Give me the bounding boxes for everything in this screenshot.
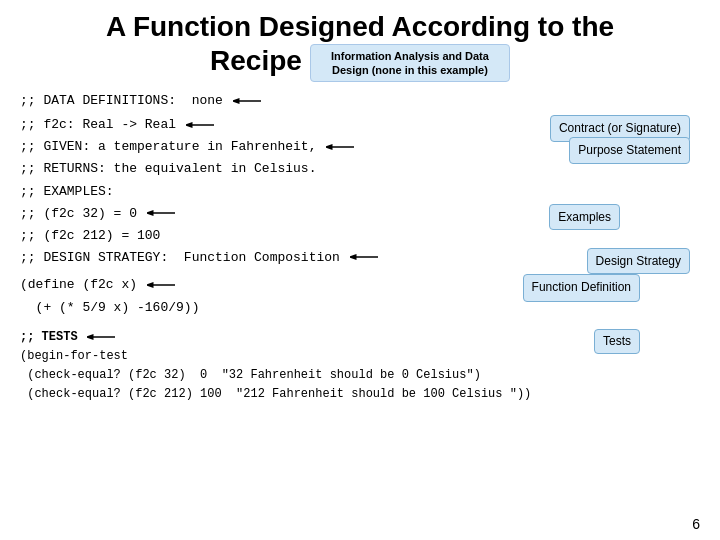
- examples-header-code: ;; EXAMPLES:: [20, 184, 114, 199]
- test1-row: (begin-for-test: [20, 347, 700, 366]
- tests-label-row: ;; TESTS Tests: [20, 328, 700, 347]
- arrow-examples: [147, 205, 177, 221]
- design-strategy-row: ;; DESIGN STRATEGY: Function Composition…: [20, 247, 700, 269]
- design-strategy-code: ;; DESIGN STRATEGY: Function Composition: [20, 250, 340, 265]
- contract-code: ;; f2c: Real -> Real: [20, 117, 176, 132]
- test3-code: (check-equal? (f2c 212) 100 "212 Fahrenh…: [20, 387, 531, 401]
- define1-code: (define (f2c x): [20, 277, 137, 292]
- title-line1: A Function Designed According to the: [20, 10, 700, 44]
- example2-row: ;; (f2c 212) = 100: [20, 225, 700, 247]
- tests-section: ;; TESTS Tests (begin-for-test (check-eq…: [20, 328, 700, 405]
- examples-header-row: ;; EXAMPLES:: [20, 181, 700, 203]
- test1-code: (begin-for-test: [20, 349, 128, 363]
- given-row: ;; GIVEN: a temperature in Fahrenheit, P…: [20, 136, 700, 158]
- data-definitions-code: ;; DATA DEFINITIONS: none: [20, 93, 223, 108]
- define-section: (define (f2c x) Function Definition (+ (…: [20, 273, 700, 320]
- page-number: 6: [692, 516, 700, 532]
- data-definitions-row: ;; DATA DEFINITIONS: none: [20, 90, 700, 112]
- example1-row: ;; (f2c 32) = 0 Examples: [20, 203, 700, 225]
- test3-row: (check-equal? (f2c 212) 100 "212 Fahrenh…: [20, 385, 700, 404]
- define-row1: (define (f2c x) Function Definition: [20, 273, 700, 296]
- test2-row: (check-equal? (f2c 32) 0 "32 Fahrenheit …: [20, 366, 700, 385]
- design-strategy-label: Design Strategy: [587, 248, 690, 274]
- example2-code: ;; (f2c 212) = 100: [20, 228, 160, 243]
- info-box: Information Analysis and Data Design (no…: [310, 44, 510, 83]
- define2-code: (+ (* 5/9 x) -160/9)): [20, 300, 199, 315]
- slide-title: A Function Designed According to the Rec…: [20, 10, 700, 82]
- arrow-data-def: [233, 93, 263, 109]
- example1-code: ;; (f2c 32) = 0: [20, 206, 137, 221]
- arrow-contract: [186, 117, 216, 133]
- returns-code: ;; RETURNS: the equivalent in Celsius.: [20, 161, 316, 176]
- code-section: ;; DATA DEFINITIONS: none ;; f2c: Real -…: [20, 90, 700, 269]
- test2-code: (check-equal? (f2c 32) 0 "32 Fahrenheit …: [20, 368, 481, 382]
- given-code: ;; GIVEN: a temperature in Fahrenheit,: [20, 139, 316, 154]
- arrow-function-def: [147, 277, 177, 293]
- arrow-tests: [87, 329, 117, 345]
- arrow-design-strategy: [350, 249, 380, 265]
- returns-row: ;; RETURNS: the equivalent in Celsius.: [20, 158, 700, 180]
- define-row2: (+ (* 5/9 x) -160/9)): [20, 296, 700, 319]
- tests-label-code: ;; TESTS: [20, 330, 78, 344]
- title-recipe-word: Recipe: [210, 44, 302, 78]
- page-container: A Function Designed According to the Rec…: [0, 0, 720, 540]
- arrow-purpose: [326, 139, 356, 155]
- contract-row: ;; f2c: Real -> Real Contract (or Signat…: [20, 114, 700, 136]
